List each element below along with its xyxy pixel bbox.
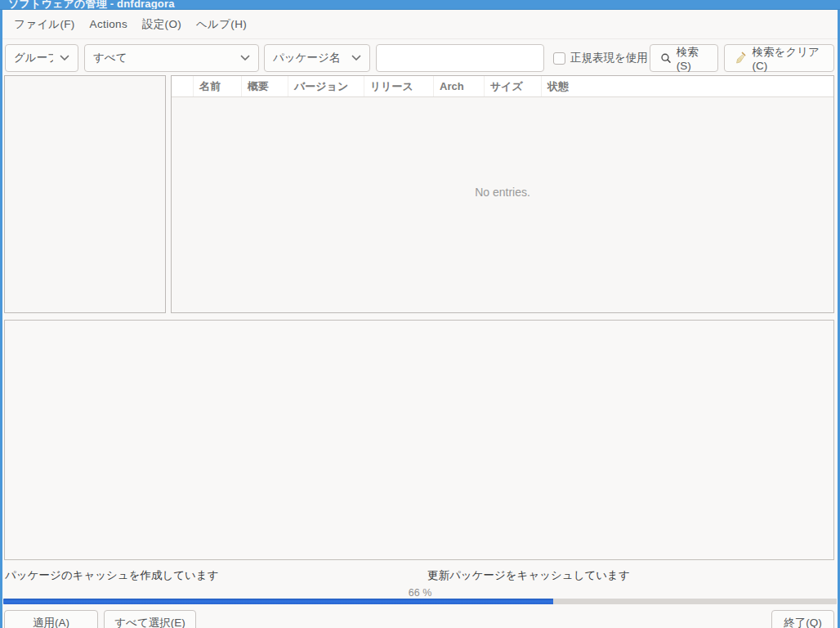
- chevron-down-icon: [351, 55, 361, 61]
- broom-icon: [735, 51, 748, 65]
- search-icon: [660, 52, 672, 65]
- window-titlebar: ソフトウェアの管理 - dnfdragora: [0, 0, 840, 10]
- window-body: ファイル(F) Actions 設定(O) ヘルプ(H) グループ すべて パッ…: [0, 10, 840, 628]
- group-dropdown[interactable]: グループ: [5, 44, 78, 72]
- regex-option[interactable]: 正規表現を使用: [553, 51, 648, 65]
- select-all-button[interactable]: すべて選択(E): [104, 610, 196, 628]
- filter-dropdown[interactable]: すべて: [84, 44, 259, 72]
- column-header-arch[interactable]: Arch: [434, 76, 485, 96]
- regex-checkbox[interactable]: [553, 52, 565, 65]
- column-header-name[interactable]: 名前: [194, 76, 242, 96]
- menu-help[interactable]: ヘルプ(H): [189, 11, 254, 38]
- group-dropdown-value: グループ: [14, 51, 53, 65]
- column-header-checkbox[interactable]: [172, 76, 194, 96]
- menu-options[interactable]: 設定(O): [135, 11, 189, 38]
- package-info-pane[interactable]: [4, 320, 834, 560]
- column-header-size[interactable]: サイズ: [485, 76, 542, 96]
- progress-bar-fill: [3, 599, 553, 604]
- quit-button[interactable]: 終了(Q): [771, 610, 834, 628]
- toolbar: グループ すべて パッケージ名 正規表現を使用: [2, 40, 838, 76]
- chevron-down-icon: [240, 55, 250, 61]
- clear-button-label: 検索をクリア(C): [753, 45, 824, 72]
- menu-file[interactable]: ファイル(F): [7, 11, 83, 38]
- group-tree-pane[interactable]: [4, 75, 166, 313]
- search-button[interactable]: 検索(S): [650, 44, 718, 72]
- dnfdragora-window: { "window": { "title": "ソフトウェアの管理 - dnfd…: [0, 0, 840, 628]
- progress-bar: [3, 599, 837, 604]
- progress-percent-label: 66 %: [2, 587, 838, 599]
- menu-actions[interactable]: Actions: [83, 11, 135, 37]
- column-header-version[interactable]: バージョン: [288, 76, 364, 96]
- search-input[interactable]: [376, 44, 544, 72]
- window-title: ソフトウェアの管理 - dnfdragora: [8, 0, 840, 10]
- package-table-pane: 名前 概要 バージョン リリース Arch サイズ 状態 No entries.: [171, 75, 834, 313]
- chevron-down-icon: [60, 55, 69, 61]
- clear-search-button[interactable]: 検索をクリア(C): [724, 44, 834, 72]
- search-field-dropdown[interactable]: パッケージ名: [264, 44, 370, 72]
- search-button-label: 検索(S): [677, 45, 708, 72]
- package-table-header: 名前 概要 バージョン リリース Arch サイズ 状態: [172, 76, 833, 97]
- column-header-summary[interactable]: 概要: [242, 76, 288, 96]
- column-header-release[interactable]: リリース: [364, 76, 434, 96]
- status-message-right: 更新パッケージをキャッシュしています: [427, 568, 630, 583]
- column-header-status[interactable]: 状態: [542, 76, 833, 96]
- status-message-left: パッケージのキャッシュを作成しています: [5, 568, 219, 583]
- regex-checkbox-label: 正規表現を使用: [570, 51, 648, 65]
- filter-dropdown-value: すべて: [93, 51, 127, 65]
- search-field-dropdown-value: パッケージ名: [273, 51, 340, 65]
- apply-button[interactable]: 適用(A): [4, 610, 98, 628]
- empty-table-message: No entries.: [172, 97, 833, 312]
- menubar: ファイル(F) Actions 設定(O) ヘルプ(H): [2, 10, 838, 39]
